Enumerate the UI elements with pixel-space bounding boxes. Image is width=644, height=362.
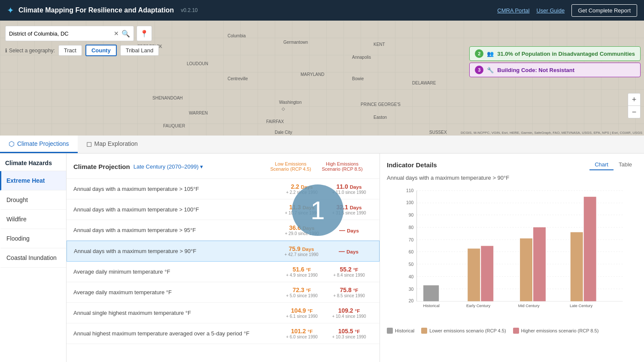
climate-row-single-max[interactable]: Annual single highest maximum temperatur… xyxy=(67,303,380,323)
building-badge[interactable]: 3 🔧 Building Code: Not Resistant xyxy=(469,63,641,77)
header-nav: CMRA Portal User Guide Get Complete Repo… xyxy=(497,4,637,17)
legend-low-label: Lower emissions scenario (RCP 4.5) xyxy=(429,328,506,333)
legend-historical: Historical xyxy=(387,328,414,334)
zoom-out-button[interactable]: − xyxy=(628,106,640,118)
row-90-high: — Days xyxy=(325,248,372,255)
row-single-max-label: Annual single highest maximum temperatur… xyxy=(73,310,278,316)
bar-early-low xyxy=(468,249,480,302)
legend-low-emissions: Lower emissions scenario (RCP 4.5) xyxy=(421,328,506,334)
bar-mid-high xyxy=(533,227,546,301)
zoom-in-button[interactable]: + xyxy=(628,94,640,106)
chart-tabs: Chart Table xyxy=(589,160,637,170)
search-input[interactable] xyxy=(9,30,111,37)
low-emissions-header: Low EmissionsScenario (RCP 4.5) xyxy=(267,161,314,172)
row-min-temp-low: 51.6 °F + 4.9 since 1990 xyxy=(278,266,325,278)
climate-row-max-temp[interactable]: Average daily maximum temperature °F 72.… xyxy=(67,282,380,303)
map-attribution: DCGIS, M-NCPPC, VGIN, Esri, HERE, Garmin… xyxy=(461,131,642,135)
geography-selector: ℹ Select a geography: Tract County Triba… xyxy=(5,45,159,56)
chart-tab-chart[interactable]: Chart xyxy=(589,160,614,170)
row-100-low: 11.3 Days + 10.7 since 1990 xyxy=(278,204,325,215)
climate-tab-icon: ⬡ xyxy=(9,140,15,148)
sidebar-item-wildfire[interactable]: Wildfire xyxy=(0,210,66,229)
chart-panel-header: Indicator Details Chart Table xyxy=(387,160,637,170)
climate-row-95[interactable]: Annual days with a maximum temperature >… xyxy=(67,220,380,241)
search-icon[interactable]: 🔍 xyxy=(122,30,130,38)
map-tab-icon: ◻ xyxy=(86,140,92,148)
svg-text:50: 50 xyxy=(409,262,414,267)
climate-row-105[interactable]: Annual days with a maximum temperature >… xyxy=(67,179,380,199)
row-95-label: Annual days with a maximum temperature >… xyxy=(73,227,278,233)
row-100-label: Annual days with a maximum temperature >… xyxy=(73,206,278,213)
building-icon: 🔧 xyxy=(487,67,494,73)
row-95-high: — Days xyxy=(325,227,373,234)
geography-label: ℹ Select a geography: xyxy=(5,48,55,54)
sidebar-item-drought[interactable]: Drought xyxy=(0,190,66,210)
tab-map-exploration[interactable]: ◻ Map Exploration xyxy=(78,136,146,153)
column-headers: Low EmissionsScenario (RCP 4.5) High Emi… xyxy=(260,159,373,174)
row-max-temp-high: 75.8 °F + 8.5 since 1990 xyxy=(325,287,373,298)
get-report-button[interactable]: Get Complete Report xyxy=(571,4,637,17)
row-5day-max-low: 101.2 °F + 6.0 since 1990 xyxy=(278,328,325,339)
map-container: FREDERICK Columbia Germantown KENT LOUDO… xyxy=(0,21,644,136)
legend-historical-label: Historical xyxy=(395,328,414,333)
tabs-bar: ⬡ Climate Projections ◻ Map Exploration xyxy=(0,136,644,154)
geography-county-button[interactable]: County xyxy=(85,45,117,56)
app-title: Climate Mapping For Resilience and Adapt… xyxy=(18,6,174,14)
chart-svg-container: 110 100 90 80 70 60 50 40 xyxy=(387,186,637,325)
row-single-max-low: 104.9 °F + 6.1 since 1990 xyxy=(278,307,325,319)
projection-period-selector[interactable]: Late Century (2070–2099) ▾ xyxy=(134,163,204,170)
row-105-high: 11.0 Days + 11.0 since 1990 xyxy=(325,183,373,195)
communities-badge[interactable]: 2 👥 31.0% of Population in Disadvantaged… xyxy=(469,46,641,61)
chart-legend: Historical Lower emissions scenario (RCP… xyxy=(387,328,637,334)
row-max-temp-low: 72.3 °F + 5.0 since 1990 xyxy=(278,287,325,298)
row-90-low: 75.9 Days + 42.7 since 1990 xyxy=(278,245,325,257)
legend-historical-swatch xyxy=(387,328,393,334)
indicator-details-title: Indicator Details xyxy=(387,161,437,169)
svg-text:90: 90 xyxy=(409,213,414,217)
svg-text:60: 60 xyxy=(409,250,414,254)
svg-text:100: 100 xyxy=(406,200,413,205)
search-clear-icon[interactable]: ✕ xyxy=(114,30,119,37)
svg-text:Late Century: Late Century xyxy=(570,304,593,308)
user-guide-link[interactable]: User Guide xyxy=(536,7,565,14)
tab-climate-projections[interactable]: ⬡ Climate Projections xyxy=(0,136,78,153)
geography-tract-button[interactable]: Tract xyxy=(58,45,82,56)
geography-info-icon: ℹ xyxy=(5,48,7,54)
row-100-high: 32.1 Days + 31.5 since 1990 xyxy=(325,204,373,215)
sidebar-item-extreme-heat[interactable]: Extreme Heat xyxy=(0,171,66,190)
climate-row-5day-max[interactable]: Annual highest maximum temperature avera… xyxy=(67,323,380,344)
svg-text:20: 20 xyxy=(409,299,414,303)
svg-text:70: 70 xyxy=(409,238,414,242)
chart-tab-table[interactable]: Table xyxy=(614,160,637,170)
chart-panel: Indicator Details Chart Table Annual day… xyxy=(380,154,644,362)
svg-text:Mid Century: Mid Century xyxy=(518,304,540,308)
svg-text:Early Century: Early Century xyxy=(466,304,491,308)
legend-high-swatch xyxy=(513,328,519,334)
row-single-max-high: 109.2 °F + 10.4 since 1990 xyxy=(325,307,373,319)
communities-badge-text: 31.0% of Population in Disadvantaged Com… xyxy=(497,51,635,57)
sidebar-item-coastal-inundation[interactable]: Coastal Inundation xyxy=(0,248,66,268)
communities-badge-number: 2 xyxy=(475,49,483,58)
row-min-temp-high: 55.2 °F + 8.4 since 1990 xyxy=(325,266,373,278)
climate-table-panel: Climate Projection Late Century (2070–20… xyxy=(67,154,380,362)
map-tab-label: Map Exploration xyxy=(94,140,138,147)
cmra-portal-link[interactable]: CMRA Portal xyxy=(497,7,529,14)
geography-tribal-button[interactable]: Tribal Land xyxy=(120,45,159,56)
bar-mid-low xyxy=(520,238,532,302)
bar-early-high xyxy=(481,246,493,301)
bar-late-low xyxy=(571,232,583,301)
sidebar-title: Climate Hazards xyxy=(0,154,66,171)
row-5day-max-label: Annual highest maximum temperature avera… xyxy=(73,330,278,337)
main-content: Climate Hazards Extreme Heat Drought Wil… xyxy=(0,154,644,362)
row-min-temp-label: Average daily minimum temperature °F xyxy=(73,268,278,275)
svg-text:30: 30 xyxy=(409,287,414,292)
climate-row-min-temp[interactable]: Average daily minimum temperature °F 51.… xyxy=(67,262,380,282)
row-5day-max-high: 105.5 °F + 10.3 since 1990 xyxy=(325,328,373,339)
location-pin-button[interactable]: 📍 xyxy=(137,26,152,41)
sidebar-item-flooding[interactable]: Flooding xyxy=(0,229,66,248)
climate-row-100[interactable]: Annual days with a maximum temperature >… xyxy=(67,199,380,220)
location-search-box: ✕ 🔍 xyxy=(5,26,134,41)
climate-row-90[interactable]: Annual days with a maximum temperature >… xyxy=(67,241,380,262)
row-105-low: 2.2 Days + 2.2 since 1990 xyxy=(278,183,325,195)
legend-high-emissions: Higher emissions scenario (RCP 8.5) xyxy=(513,328,599,334)
